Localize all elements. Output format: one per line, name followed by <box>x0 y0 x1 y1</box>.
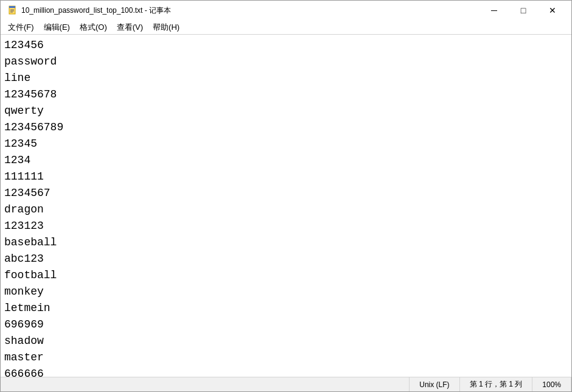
maximize-button[interactable]: □ <box>509 1 537 20</box>
text-line: 1234567 <box>4 185 568 201</box>
text-line: abc123 <box>4 251 568 267</box>
window-controls: ─ □ ✕ <box>480 1 567 20</box>
text-line: 123456 <box>4 37 568 54</box>
text-line: baseball <box>4 234 568 251</box>
content-area: 123456passwordline12345678qwerty12345678… <box>1 35 571 377</box>
text-line: 666666 <box>4 366 568 377</box>
text-line: 12345678 <box>4 86 568 103</box>
menu-file[interactable]: 文件(F) <box>3 21 39 34</box>
title-bar: 10_million_password_list_top_100.txt - 记… <box>1 1 571 20</box>
status-zoom: 100% <box>532 377 571 391</box>
title-bar-left: 10_million_password_list_top_100.txt - 记… <box>8 5 171 16</box>
status-empty <box>1 377 410 391</box>
text-line: 123456789 <box>4 119 568 136</box>
app-icon <box>8 5 18 15</box>
minimize-button[interactable]: ─ <box>480 1 508 20</box>
menu-help[interactable]: 帮助(H) <box>148 21 184 34</box>
menu-bar: 文件(F) 编辑(E) 格式(O) 查看(V) 帮助(H) <box>1 20 571 35</box>
text-line: password <box>4 54 568 70</box>
text-line: monkey <box>4 284 568 300</box>
menu-format[interactable]: 格式(O) <box>75 21 112 34</box>
svg-rect-1 <box>9 6 15 8</box>
close-button[interactable]: ✕ <box>539 1 567 20</box>
text-line: football <box>4 267 568 284</box>
text-line: 123123 <box>4 218 568 234</box>
text-editor[interactable]: 123456passwordline12345678qwerty12345678… <box>1 35 571 377</box>
text-line: 696969 <box>4 317 568 333</box>
status-position: 第 1 行，第 1 列 <box>460 377 533 391</box>
text-line: 111111 <box>4 169 568 185</box>
menu-edit[interactable]: 编辑(E) <box>39 21 75 34</box>
window-title: 10_million_password_list_top_100.txt - 记… <box>21 5 171 16</box>
text-line: dragon <box>4 201 568 218</box>
text-line: qwerty <box>4 103 568 119</box>
text-line: 12345 <box>4 136 568 152</box>
notepad-window: 10_million_password_list_top_100.txt - 记… <box>0 0 572 392</box>
status-bar: Unix (LF) 第 1 行，第 1 列 100% <box>1 377 571 391</box>
text-line: master <box>4 349 568 366</box>
text-line: letmein <box>4 300 568 317</box>
menu-view[interactable]: 查看(V) <box>112 21 148 34</box>
status-encoding: Unix (LF) <box>410 377 459 391</box>
text-line: shadow <box>4 333 568 349</box>
text-line: line <box>4 70 568 86</box>
text-line: 1234 <box>4 152 568 169</box>
